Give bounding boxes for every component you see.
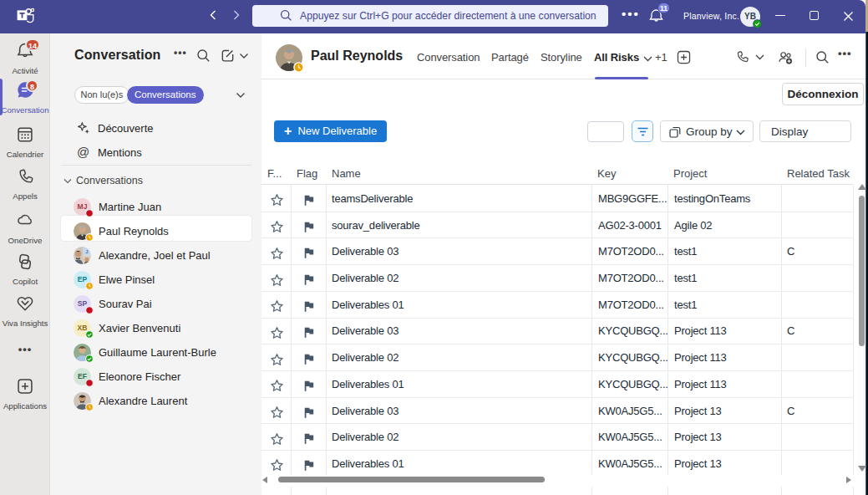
svg-text:J: J xyxy=(85,249,88,254)
